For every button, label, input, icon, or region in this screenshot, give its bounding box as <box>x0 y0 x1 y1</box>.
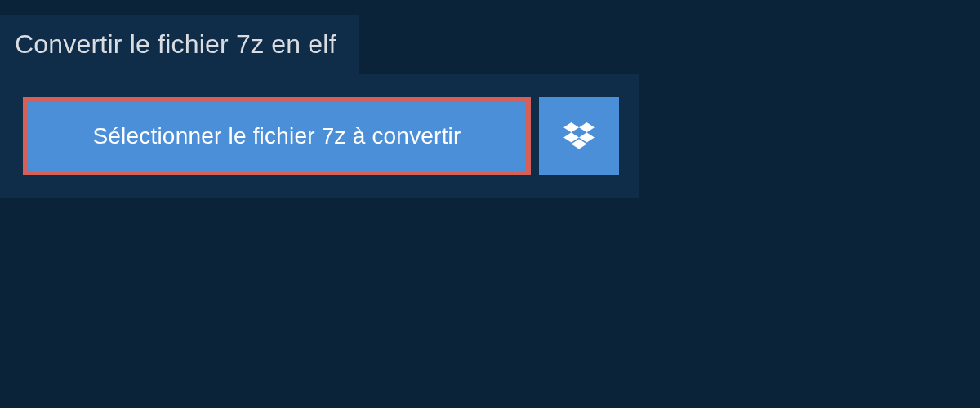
dropbox-button[interactable] <box>539 97 619 175</box>
upload-panel: Sélectionner le fichier 7z à convertir <box>0 74 639 198</box>
page-title: Convertir le fichier 7z en elf <box>15 29 336 60</box>
page-title-container: Convertir le fichier 7z en elf <box>0 15 359 74</box>
dropbox-icon <box>564 122 595 150</box>
select-file-button-label: Sélectionner le fichier 7z à convertir <box>92 123 461 149</box>
select-file-button[interactable]: Sélectionner le fichier 7z à convertir <box>23 97 531 175</box>
